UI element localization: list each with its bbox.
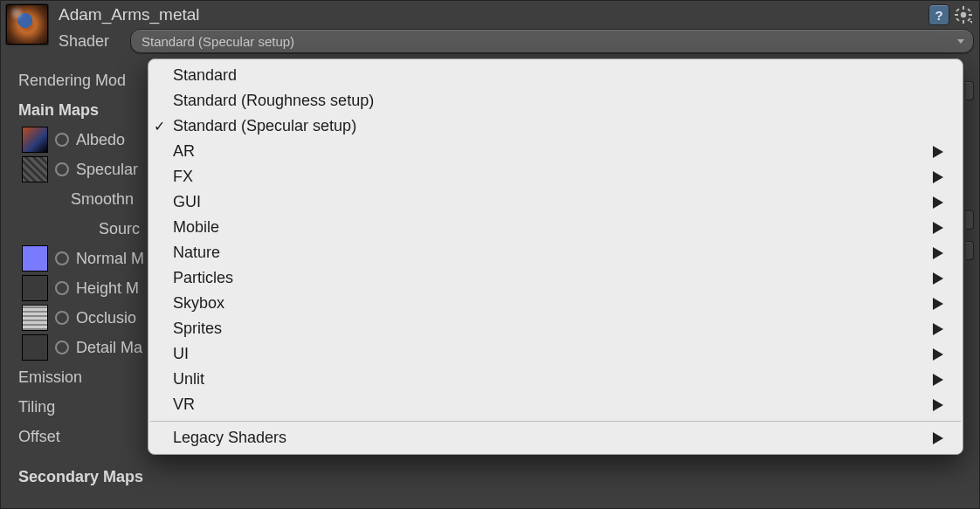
svg-point-0 <box>961 12 966 17</box>
submenu-arrow-icon <box>933 222 943 234</box>
menu-item-standard-roughness-setup[interactable]: Standard (Roughness setup) <box>148 88 963 113</box>
svg-marker-12 <box>933 196 943 209</box>
svg-marker-18 <box>933 348 943 361</box>
svg-rect-7 <box>956 17 959 21</box>
svg-rect-1 <box>963 6 964 10</box>
material-preview-sphere[interactable] <box>6 4 48 45</box>
menu-item-label: Standard <box>173 66 237 85</box>
menu-item-label: Standard (Roughness setup) <box>173 92 374 110</box>
source-label: Sourc <box>99 214 140 244</box>
menu-item-legacy-shaders[interactable]: Legacy Shaders <box>148 425 963 451</box>
menu-item-label: Mobile <box>173 218 219 237</box>
toggle-icon[interactable] <box>55 311 69 325</box>
menu-item-standard[interactable]: Standard <box>148 63 963 88</box>
toggle-icon[interactable] <box>55 340 69 354</box>
shader-dropdown-value: Standard (Specular setup) <box>141 34 294 49</box>
menu-item-label: Standard (Specular setup) <box>173 117 356 135</box>
svg-rect-2 <box>963 20 964 24</box>
toggle-icon[interactable] <box>55 281 69 295</box>
specular-texture-slot[interactable] <box>22 156 48 182</box>
submenu-arrow-icon <box>933 247 943 259</box>
submenu-arrow-icon <box>933 374 943 386</box>
menu-item-particles[interactable]: Particles <box>148 265 963 291</box>
menu-item-vr[interactable]: VR <box>148 392 963 417</box>
normal-label: Normal M <box>76 244 144 273</box>
svg-marker-15 <box>933 272 943 285</box>
shader-dropdown[interactable]: Standard (Specular setup) <box>130 29 974 53</box>
smoothness-label: Smoothn <box>71 184 134 214</box>
material-header: Adam_Arms_metal ? <box>1 1 979 53</box>
detail-label: Detail Ma <box>76 333 142 362</box>
normal-texture-slot[interactable] <box>22 245 48 272</box>
menu-item-label: AR <box>173 142 195 161</box>
svg-marker-19 <box>933 374 943 386</box>
inspector-panel: Adam_Arms_metal ? <box>0 0 980 509</box>
help-icon[interactable]: ? <box>928 4 949 25</box>
shader-popup-menu: StandardStandard (Roughness setup)✓Stand… <box>148 58 963 455</box>
material-title: Adam_Arms_metal <box>59 4 200 25</box>
menu-separator <box>150 421 961 422</box>
menu-item-label: Sprites <box>173 320 222 338</box>
svg-marker-9 <box>970 21 972 24</box>
height-label: Height M <box>76 273 139 303</box>
menu-item-skybox[interactable]: Skybox <box>148 291 963 316</box>
submenu-arrow-icon <box>933 323 943 335</box>
svg-rect-4 <box>969 14 972 16</box>
svg-marker-10 <box>933 146 943 158</box>
albedo-texture-slot[interactable] <box>22 127 48 153</box>
menu-item-sprites[interactable]: Sprites <box>148 316 963 341</box>
menu-item-unlit[interactable]: Unlit <box>148 367 963 392</box>
menu-item-label: Skybox <box>173 294 224 313</box>
menu-item-ui[interactable]: UI <box>148 341 963 367</box>
menu-item-mobile[interactable]: Mobile <box>148 215 963 240</box>
svg-rect-8 <box>967 8 970 11</box>
menu-item-label: GUI <box>173 193 201 211</box>
menu-item-label: VR <box>173 396 195 414</box>
submenu-arrow-icon <box>933 171 943 183</box>
menu-item-gui[interactable]: GUI <box>148 189 963 215</box>
secondary-maps-heading: Secondary Maps <box>18 462 979 492</box>
occlusion-texture-slot[interactable] <box>22 305 48 331</box>
specular-label: Specular <box>76 155 138 184</box>
submenu-arrow-icon <box>933 399 943 411</box>
svg-rect-6 <box>967 17 970 21</box>
menu-item-ar[interactable]: AR <box>148 139 963 164</box>
gear-icon[interactable] <box>955 6 972 24</box>
svg-rect-3 <box>955 14 958 16</box>
toggle-icon[interactable] <box>55 251 69 265</box>
submenu-arrow-icon <box>933 196 943 209</box>
height-texture-slot[interactable] <box>22 275 48 301</box>
shader-label: Shader <box>59 32 121 51</box>
menu-item-label: Nature <box>173 244 220 262</box>
submenu-arrow-icon <box>933 432 943 444</box>
submenu-arrow-icon <box>933 348 943 361</box>
submenu-arrow-icon <box>933 298 943 310</box>
submenu-arrow-icon <box>933 146 943 158</box>
menu-item-nature[interactable]: Nature <box>148 240 963 265</box>
header-right: Adam_Arms_metal ? <box>48 4 974 53</box>
svg-marker-21 <box>933 432 943 444</box>
albedo-label: Albedo <box>76 125 125 155</box>
svg-marker-13 <box>933 222 943 234</box>
svg-marker-14 <box>933 247 943 259</box>
menu-item-label: Particles <box>173 269 233 287</box>
menu-item-standard-specular-setup[interactable]: ✓Standard (Specular setup) <box>148 113 963 139</box>
checkmark-icon: ✓ <box>154 118 165 134</box>
menu-item-label: Unlit <box>173 370 204 389</box>
toggle-icon[interactable] <box>55 162 69 176</box>
menu-item-label: FX <box>173 168 193 186</box>
menu-item-label: Legacy Shaders <box>173 429 286 447</box>
svg-marker-11 <box>933 171 943 183</box>
svg-rect-5 <box>956 8 959 11</box>
detail-texture-slot[interactable] <box>22 334 48 361</box>
menu-item-label: UI <box>173 345 189 363</box>
menu-item-fx[interactable]: FX <box>148 164 963 189</box>
toggle-icon[interactable] <box>55 133 69 147</box>
submenu-arrow-icon <box>933 272 943 285</box>
svg-marker-16 <box>933 298 943 310</box>
svg-marker-20 <box>933 399 943 411</box>
svg-marker-17 <box>933 323 943 335</box>
occlusion-label: Occlusio <box>76 303 136 333</box>
